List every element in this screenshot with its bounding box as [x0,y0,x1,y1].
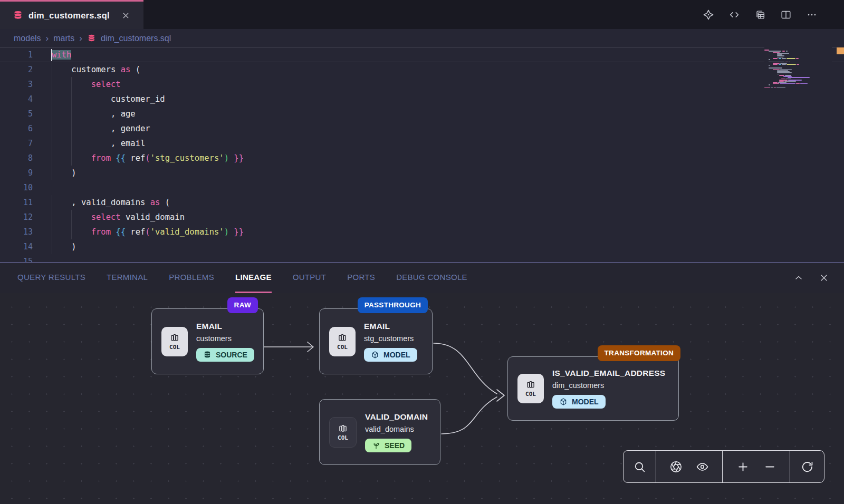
tab-close-icon[interactable] [121,11,130,20]
indent-guide [71,151,72,166]
indent-guide [52,195,52,210]
code-line[interactable]: 15 [0,254,844,262]
split-editor-icon[interactable] [780,9,792,21]
node-subtitle: stg_customers [364,334,414,343]
code-token: }} [234,227,244,237]
collapse-panel-icon[interactable] [793,273,804,283]
line-number: 13 [0,225,49,239]
code-token: }} [234,153,244,163]
code-line[interactable]: 14 ) [0,239,844,254]
line-number: 11 [0,195,49,210]
lineage-node-stg_customers[interactable]: PASSTHROUGHCOLEMAILstg_customersMODEL [319,308,433,374]
lineage-canvas[interactable]: RAWCOLEMAILcustomersSOURCEPASSTHROUGHCOL… [0,293,844,504]
code-line[interactable]: 3 select [0,77,844,92]
close-panel-icon[interactable] [819,273,829,283]
code-token [111,227,116,237]
code-token: 'stg_customers' [150,153,224,163]
dbt-logo-icon[interactable] [703,9,714,21]
indent-guide [52,239,52,254]
lineage-node-valid_domains[interactable]: COLVALID_DOMAINvalid_domainsSEED [319,399,440,465]
indent-guide [71,121,72,136]
code-line-text: select [49,77,844,92]
code-line-text: customer_id [49,92,844,106]
arrowhead-icon [497,390,504,401]
line-number: 7 [0,136,49,151]
line-number: 4 [0,92,49,106]
code-token: , gender [52,124,150,133]
code-token: ref [126,153,145,163]
breadcrumb-item-models[interactable]: models [14,34,41,43]
columns-icon [169,333,180,343]
panel-tab-terminal[interactable]: TERMINAL [107,263,148,293]
column-chip-label: COL [169,344,180,351]
panel-tab-debug-console[interactable]: DEBUG CONSOLE [396,263,467,293]
zoom-out-icon [763,460,776,473]
code-token [229,227,234,237]
code-token: select [91,80,121,89]
search-button[interactable] [632,460,646,473]
code-line[interactable]: 11 , valid_domains as ( [0,195,844,210]
code-icon[interactable] [728,9,740,21]
editor-tab-dim-customers[interactable]: dim_customers.sql [0,0,143,29]
panel-tab-lineage[interactable]: LINEAGE [235,263,272,293]
code-line[interactable]: 5 , age [0,106,844,121]
lineage-node-dim_customers[interactable]: TRANSFORMATIONCOLIS_VALID_EMAIL_ADDRESSd… [507,356,679,421]
code-line[interactable]: 13 from {{ ref('valid_domains') }} [0,225,844,239]
refresh-button[interactable] [800,460,814,473]
panel-tab-problems[interactable]: PROBLEMS [169,263,214,293]
code-line-text: ) [49,166,844,180]
eye-button[interactable] [696,460,709,473]
panel-tab-output[interactable]: OUTPUT [293,263,326,293]
node-body: EMAILstg_customersMODEL [364,322,417,362]
minimap[interactable] [764,47,832,262]
line-number: 15 [0,254,49,262]
code-line[interactable]: 9 ) [0,166,844,180]
breadcrumb-item-file[interactable]: dim_customers.sql [101,34,171,43]
code-line[interactable]: 12 select valid_domain [0,210,844,225]
indent-guide [71,225,72,239]
code-line-text: , email [49,136,844,151]
code-token: ) [224,227,229,237]
zoom-out-button[interactable] [763,460,776,473]
cube-icon [559,398,568,406]
line-number: 3 [0,77,49,92]
code-line[interactable]: 8 from {{ ref('stg_customers') }} [0,151,844,166]
line-number: 2 [0,62,49,77]
toolbar-group [790,451,824,482]
code-line[interactable]: 2 customers as ( [0,62,844,77]
cube-icon [371,351,379,359]
type-badge-model[interactable]: MODEL [552,395,606,409]
type-badge-model[interactable]: MODEL [364,348,417,362]
code-editor[interactable]: 1with2 customers as (3 select4 customer_… [0,47,844,262]
panel-tab-query-results[interactable]: QUERY RESULTS [17,263,85,293]
columns-icon [337,333,348,343]
zoom-in-button[interactable] [736,460,750,473]
code-line-text: , valid_domains as ( [49,195,844,210]
eye-icon [696,460,709,473]
code-line[interactable]: 7 , email [0,136,844,151]
type-badge-source[interactable]: SOURCE [196,348,254,362]
breadcrumb-item-marts[interactable]: marts [53,34,74,43]
aperture-button[interactable] [669,460,683,473]
line-number: 12 [0,210,49,225]
code-line[interactable]: 1with [0,47,844,62]
copy-table-icon[interactable] [754,9,766,21]
type-badge-seed[interactable]: SEED [365,439,411,452]
tab-title: dim_customers.sql [28,11,110,21]
panel-tab-ports[interactable]: PORTS [347,263,375,293]
code-line[interactable]: 6 , gender [0,121,844,136]
more-actions-icon[interactable] [806,9,818,21]
code-token: from [91,153,111,163]
minimap-segment [774,87,776,88]
search-icon [633,460,646,473]
column-chip: COL [161,327,188,356]
code-token: as [121,65,131,74]
lineage-node-customers[interactable]: RAWCOLEMAILcustomersSOURCE [151,308,264,374]
indent-guide [71,92,72,106]
code-line[interactable]: 4 customer_id [0,92,844,106]
indent-guide [52,121,52,136]
code-line[interactable]: 10 [0,180,844,195]
column-chip-label: COL [337,344,348,351]
columns-icon [338,423,348,434]
selected-text: with [52,50,71,60]
